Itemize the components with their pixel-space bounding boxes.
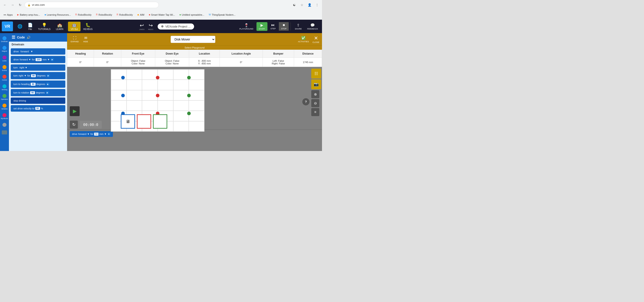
hide-button[interactable]: ✉ HIDE [82, 35, 89, 44]
sidebar-item-myblocks[interactable]: My Blocks [0, 112, 9, 120]
bottom-play-icon: ▶ [108, 132, 111, 136]
extra2-icon [2, 130, 7, 134]
undo-button[interactable]: ↩ UNDO [138, 22, 146, 31]
grid-cell [111, 80, 126, 90]
grid-cell [158, 100, 173, 111]
extensions-button[interactable]: ☯ [291, 2, 298, 8]
bookmark-learning[interactable]: ■ Learning Resources... [43, 12, 73, 17]
sidebar-item-sensing[interactable]: Sensing [0, 83, 9, 92]
block-drive-forward[interactable]: drive forward ▼ [11, 48, 65, 54]
bookmark-thingspeak[interactable]: W ThingSpeak Nodem... [207, 12, 237, 17]
help-button[interactable]: ? [302, 98, 310, 105]
block-turn-right[interactable]: turn right ▼ [11, 64, 65, 71]
run-button[interactable]: ▶ [70, 106, 80, 116]
zoom-out-button[interactable]: ⊖ [311, 99, 319, 107]
sidebar-item-drivetrain[interactable]: Drivetrain [0, 35, 9, 44]
sidebar-item-extra2[interactable] [0, 129, 9, 136]
sidebar-item-operators[interactable]: Operators [0, 92, 9, 101]
sidebar-item-magnet[interactable]: Magnet [0, 44, 9, 53]
tutorials-button[interactable]: 💡 TUTORIALS [35, 22, 53, 31]
grid-cell [126, 80, 142, 90]
panel-header: ⛶ EXPAND ✉ HIDE Disk Mover ✅ ACTIVITIES … [67, 33, 322, 46]
bottom-drive-block[interactable]: drive forward ▼ for 50 mm ▼ ▶ [70, 131, 113, 137]
refresh-button[interactable]: ↻ [17, 2, 23, 8]
bookmark-roboblockly2[interactable]: R RoboBlockly [94, 12, 114, 17]
bookmark-spreadsheet[interactable]: ■ Untitled spreadshe... [178, 12, 206, 17]
sensor-data-table: Heading Rotation Front Eye Down Eye Loca… [67, 50, 322, 67]
start-button[interactable]: ▶ START [256, 22, 268, 31]
block-turn-right-for[interactable]: turn right ▼ for 90 degrees ▶ [11, 72, 65, 79]
grid-cell [189, 80, 204, 90]
bookmark-button[interactable]: ☆ [299, 2, 305, 8]
expand-button[interactable]: ⛶ EXPAND [70, 35, 80, 44]
sidebar-item-looks[interactable]: Looks [0, 54, 9, 63]
stop-button[interactable]: ■ STOP [279, 22, 289, 31]
grid-cell [126, 90, 142, 100]
address-bar[interactable]: 🔒 vr.vex.com [24, 2, 159, 8]
stop-icon: ■ [283, 23, 285, 27]
expand-icon: ⛶ [73, 36, 76, 40]
bookmark-battery[interactable]: ▶ Battery amp-hou... [16, 12, 42, 17]
more-options-button[interactable]: ≡ [311, 108, 319, 116]
aim-icon: ◆ [137, 14, 139, 16]
menu-button[interactable]: ⋮ [314, 2, 320, 8]
app-header: VR 🌐 📄 File 💡 TUTORIALS 🏫 LEARN 🤖 VR Bot… [0, 20, 322, 33]
share-button[interactable]: ⇧ SHARE [292, 22, 304, 31]
file-button[interactable]: 📄 File [25, 22, 35, 31]
camera-button[interactable]: 📷 [311, 80, 321, 89]
learn-button[interactable]: 🏫 LEARN [53, 22, 66, 31]
doc-icon: ■ [44, 14, 46, 16]
bookmark-roboblockly1[interactable]: R RoboBlockly [74, 12, 93, 17]
redo-button[interactable]: ↪ REDO [147, 22, 154, 31]
sidebar-item-variables[interactable]: Variables [0, 102, 9, 111]
hexbug-button[interactable]: 🐛 HEXBUG [80, 22, 95, 31]
sensing-dot [2, 84, 6, 88]
grid-cell [189, 100, 204, 111]
target-boxes: 🖥 [121, 114, 167, 129]
sidebar-item-extra[interactable] [0, 122, 9, 128]
grid-cell [189, 121, 204, 132]
undo-icon: ↩ [140, 22, 144, 28]
back-button[interactable]: ← [2, 2, 8, 8]
browser-chrome: ← → ↻ 🔒 vr.vex.com ☯ ☆ 👤 ⋮ ••• Apps ▶ Ba… [0, 0, 322, 20]
vrbot-button[interactable]: 🤖 VR Bot [68, 22, 80, 31]
globe-button[interactable]: 🌐 [15, 23, 25, 30]
sidebar-item-events[interactable]: Events [0, 64, 9, 72]
bumper-header: Bumper [262, 50, 294, 58]
forward-button[interactable]: → [10, 2, 16, 8]
block-turn-to-rotation[interactable]: turn to rotation 90 degrees ▶ [11, 89, 65, 96]
play-icon-block3: ▶ [46, 82, 50, 86]
bookmark-smartwater[interactable]: ■ Smart Water Tap Wi... [147, 12, 177, 17]
step-button[interactable]: ⏭ STEP [268, 22, 278, 31]
magnet-label: Magnet [2, 50, 7, 52]
magnet-dot [2, 46, 6, 50]
bookmark-roboblockly3[interactable]: R RoboBlockly [115, 12, 134, 17]
zoom-in-button[interactable]: ⊕ [311, 90, 319, 98]
feedback-button[interactable]: 💬 FEEDBACK [305, 22, 320, 31]
block-stop-driving[interactable]: stop driving [11, 98, 65, 104]
sidebar-item-control[interactable]: Control [0, 73, 9, 82]
playground-button[interactable]: 🍷 PLAYGROUND [237, 22, 256, 31]
activities-button[interactable]: ✅ ACTIVITIES [297, 35, 310, 44]
grid-cell [173, 111, 189, 121]
front-eye-header: Front Eye [121, 50, 155, 58]
playground-selector-wrapper: Disk Mover [92, 36, 294, 43]
bookmark-aim[interactable]: ◆ AIM [136, 12, 146, 17]
distance-value: 1745 mm [294, 58, 322, 67]
grid-view-button[interactable]: ☷ [311, 69, 321, 78]
grid-cell [111, 90, 126, 100]
variables-label: Variables [1, 108, 8, 110]
reset-button[interactable]: ↻ [70, 120, 78, 129]
bookmark-apps[interactable]: ••• Apps [2, 12, 14, 17]
block-turn-to-heading[interactable]: turn to heading 90 degrees ▶ [11, 80, 65, 88]
redo-icon: ↪ [149, 22, 153, 28]
grid-cell [189, 69, 204, 80]
undo-redo-group: ↩ UNDO ↪ REDO [138, 22, 154, 31]
block-drive-forward-for[interactable]: drive forward ▼ for 200 mm ▼ ▶ [11, 56, 65, 63]
grid-cell [126, 100, 142, 111]
profile-button[interactable]: 👤 [306, 2, 312, 8]
playground-selector[interactable]: Disk Mover [170, 36, 215, 43]
grid-cell [173, 121, 189, 132]
block-set-drive-velocity[interactable]: set drive velocity to 50 % [11, 105, 65, 112]
close-button[interactable]: ✕ CLOSE [312, 35, 319, 44]
